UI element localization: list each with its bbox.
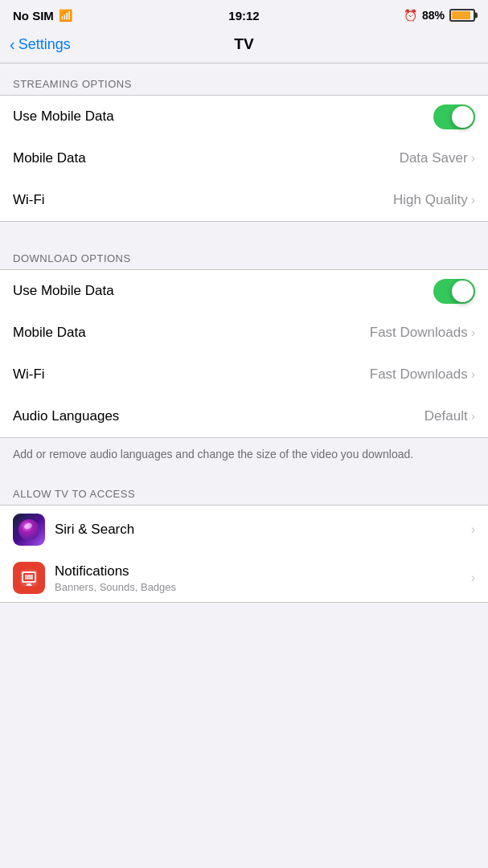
streaming-options-group: Use Mobile Data Mobile Data Data Saver ›… bbox=[0, 95, 488, 222]
battery-icon bbox=[449, 9, 475, 22]
row-left: Mobile Data bbox=[13, 150, 86, 166]
access-siri-row[interactable]: Siri & Search › bbox=[0, 506, 488, 554]
status-time: 19:12 bbox=[228, 9, 259, 23]
svg-rect-6 bbox=[26, 585, 32, 586]
download-mobile-data-label: Mobile Data bbox=[13, 325, 86, 341]
row-left: Audio Languages bbox=[13, 408, 119, 424]
chevron-right-icon: › bbox=[471, 151, 475, 166]
row-left: Wi-Fi bbox=[13, 192, 45, 208]
access-siri-label: Siri & Search bbox=[55, 522, 134, 538]
siri-shine bbox=[23, 522, 33, 530]
access-notifications-label: Notifications bbox=[55, 563, 176, 579]
streaming-mobile-data-toggle-label: Use Mobile Data bbox=[13, 108, 114, 125]
status-carrier: No SIM 📶 bbox=[13, 9, 72, 23]
back-chevron-icon: ‹ bbox=[10, 36, 15, 52]
streaming-mobile-data-toggle[interactable] bbox=[433, 104, 475, 129]
chevron-right-icon: › bbox=[471, 326, 475, 340]
download-wifi-row[interactable]: Wi-Fi Fast Downloads › bbox=[0, 354, 488, 395]
row-right: High Quality › bbox=[393, 192, 475, 208]
access-notifications-row[interactable]: Notifications Banners, Sounds, Badges › bbox=[0, 554, 488, 602]
chevron-right-icon: › bbox=[471, 193, 475, 207]
page-title: TV bbox=[234, 35, 253, 53]
battery-fill bbox=[452, 11, 470, 19]
row-right: Default › bbox=[424, 408, 475, 424]
download-section-header: DOWNLOAD OPTIONS bbox=[0, 238, 488, 269]
toggle-thumb bbox=[452, 280, 474, 302]
siri-orb bbox=[18, 519, 39, 540]
notifications-app-icon bbox=[13, 562, 45, 594]
row-left: Use Mobile Data bbox=[13, 108, 114, 125]
row-right: › bbox=[471, 571, 475, 585]
download-description: Add or remove audio languages and change… bbox=[0, 438, 488, 473]
siri-app-icon bbox=[13, 514, 45, 546]
back-label: Settings bbox=[18, 36, 71, 53]
access-notifications-text: Notifications Banners, Sounds, Badges bbox=[55, 563, 176, 593]
chevron-right-icon: › bbox=[471, 409, 475, 424]
chevron-right-icon: › bbox=[471, 571, 475, 585]
access-siri-left: Siri & Search bbox=[13, 514, 134, 546]
streaming-wifi-label: Wi-Fi bbox=[13, 192, 45, 208]
row-left: Use Mobile Data bbox=[13, 283, 114, 299]
wifi-icon: 📶 bbox=[59, 9, 72, 22]
download-audio-languages-value: Default bbox=[424, 408, 468, 424]
download-audio-languages-label: Audio Languages bbox=[13, 408, 119, 424]
streaming-wifi-value: High Quality bbox=[393, 192, 468, 208]
download-mobile-data-value: Fast Downloads bbox=[370, 325, 468, 341]
status-right: ⏰ 88% bbox=[404, 9, 475, 22]
row-right: Fast Downloads › bbox=[370, 366, 475, 383]
streaming-section-header: STREAMING OPTIONS bbox=[0, 63, 488, 95]
carrier-text: No SIM bbox=[13, 9, 54, 23]
access-siri-text: Siri & Search bbox=[55, 522, 134, 538]
download-mobile-data-row[interactable]: Mobile Data Fast Downloads › bbox=[0, 312, 488, 354]
access-section-header: ALLOW TV TO ACCESS bbox=[0, 473, 488, 505]
access-notifications-sublabel: Banners, Sounds, Badges bbox=[55, 581, 176, 593]
streaming-mobile-data-toggle-row[interactable]: Use Mobile Data bbox=[0, 96, 488, 137]
row-right: Fast Downloads › bbox=[370, 325, 475, 341]
streaming-mobile-data-row[interactable]: Mobile Data Data Saver › bbox=[0, 137, 488, 179]
download-mobile-data-toggle-row[interactable]: Use Mobile Data bbox=[0, 270, 488, 312]
svg-rect-5 bbox=[27, 583, 31, 585]
row-left: Wi-Fi bbox=[13, 366, 45, 383]
battery-text: 88% bbox=[422, 9, 445, 22]
download-mobile-data-toggle[interactable] bbox=[433, 279, 475, 304]
alarm-icon: ⏰ bbox=[404, 9, 417, 22]
row-left: Mobile Data bbox=[13, 325, 86, 341]
notification-bell-icon bbox=[18, 567, 39, 588]
download-options-group: Use Mobile Data Mobile Data Fast Downloa… bbox=[0, 269, 488, 438]
streaming-mobile-data-label: Mobile Data bbox=[13, 150, 86, 166]
download-wifi-value: Fast Downloads bbox=[370, 366, 468, 383]
chevron-right-icon: › bbox=[471, 367, 475, 382]
row-right: › bbox=[471, 522, 475, 537]
section-gap bbox=[0, 222, 488, 238]
streaming-mobile-data-value: Data Saver bbox=[400, 150, 468, 166]
streaming-wifi-row[interactable]: Wi-Fi High Quality › bbox=[0, 179, 488, 221]
row-right: Data Saver › bbox=[400, 150, 475, 166]
access-group: Siri & Search › Notifi bbox=[0, 505, 488, 603]
download-mobile-data-toggle-label: Use Mobile Data bbox=[13, 283, 114, 299]
svg-rect-4 bbox=[25, 575, 33, 579]
nav-bar: ‹ Settings TV bbox=[0, 29, 488, 63]
download-wifi-label: Wi-Fi bbox=[13, 366, 45, 383]
chevron-right-icon: › bbox=[471, 522, 475, 537]
download-audio-languages-row[interactable]: Audio Languages Default › bbox=[0, 395, 488, 437]
access-notifications-left: Notifications Banners, Sounds, Badges bbox=[13, 562, 176, 594]
status-bar: No SIM 📶 19:12 ⏰ 88% bbox=[0, 0, 488, 29]
back-button[interactable]: ‹ Settings bbox=[10, 36, 71, 53]
toggle-thumb bbox=[452, 106, 474, 128]
